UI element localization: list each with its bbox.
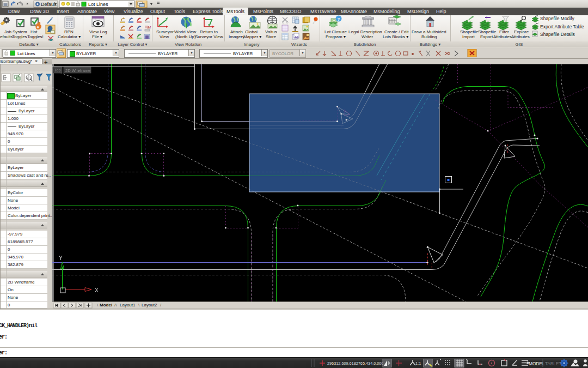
svg-text:Shapefile Modify: Shapefile Modify [540,16,575,21]
svg-text:Attributes: Attributes [511,34,530,39]
svg-text:Shapefile: Shapefile [460,29,479,34]
svg-text:296312.609,6182765.434,0.000: 296312.609,6182765.434,0.000 [327,361,383,366]
svg-text:View: View [160,34,169,39]
svg-text:Create / Edit: Create / Edit [384,29,409,34]
svg-text:Mapper ▾: Mapper ▾ [243,34,261,39]
svg-text:Attributes: Attributes [493,34,512,39]
svg-text:Surveyor View: Surveyor View [195,34,223,39]
svg-text:File ▾: File ▾ [92,34,102,39]
svg-text:Filter: Filter [499,29,509,34]
svg-text:Lot Closure: Lot Closure [324,29,347,34]
svg-text:Export: Export [480,34,493,39]
svg-text:efaults: efaults [0,34,13,39]
svg-text:Imagery: Imagery [229,34,244,39]
svg-text:Top: Top [54,68,60,73]
svg-text:MODEL: MODEL [529,361,545,366]
svg-text:Building: Building [421,34,437,39]
svg-text:Attach: Attach [230,29,243,34]
svg-text:Job: Job [4,29,11,34]
svg-text:Explore: Explore [514,29,529,34]
svg-text:Global: Global [245,29,258,34]
svg-text:M: M [148,26,151,29]
svg-text:Export Attribute Table: Export Attribute Table [540,24,584,29]
svg-text:RPN: RPN [64,29,74,34]
svg-text:Shapefile: Shapefile [478,29,497,34]
svg-text:Writer: Writer [362,34,373,39]
svg-text:Hot: Hot [30,29,38,34]
svg-text:Import: Import [462,34,475,39]
svg-text:Return to: Return to [200,29,218,34]
svg-text:Store: Store [266,34,277,39]
svg-text:Valtus: Valtus [265,29,277,34]
svg-text:(North Up): (North Up) [175,34,196,39]
svg-text:View Log: View Log [89,29,107,34]
svg-text:Program ▾: Program ▾ [326,34,346,39]
svg-text:Legal Description: Legal Description [348,29,382,34]
svg-text:System: System [13,29,27,34]
svg-text:Default: Default [41,2,57,7]
svg-text:Lot Lines: Lot Lines [88,2,108,7]
svg-text:Surveyor: Surveyor [156,29,174,34]
svg-text:Calculator ▾: Calculator ▾ [58,34,81,39]
svg-text:Toggles: Toggles [12,34,27,39]
svg-text:Toggles!: Toggles! [27,34,44,39]
svg-text:Shapefile Details: Shapefile Details [540,32,575,37]
svg-text:?: ? [338,17,340,22]
svg-text:X: X [95,287,99,293]
svg-text:2D Wireframe: 2D Wireframe [65,68,90,73]
svg-text:World View: World View [174,29,196,34]
svg-text:TABLET: TABLET [545,361,561,366]
svg-text:Y: Y [59,255,63,261]
svg-text:Draw a Multisided: Draw a Multisided [412,29,446,34]
svg-text:1:1: 1:1 [415,361,421,366]
svg-text:Lots Blocks ▾: Lots Blocks ▾ [383,34,408,39]
